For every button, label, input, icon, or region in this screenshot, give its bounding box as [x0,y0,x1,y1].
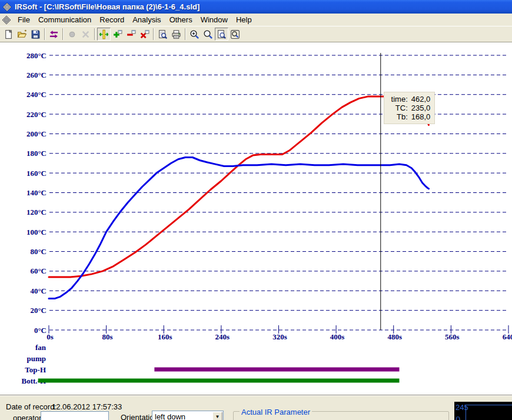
x-tick-label: 160s [158,332,172,341]
add-curve-button[interactable] [111,28,124,41]
record-dot-icon [67,29,77,39]
zoom-window-icon [230,29,240,39]
operator-label: operator [13,414,41,420]
tooltip-value: 168,0 [411,112,431,121]
save-icon [31,29,41,39]
fit-scale-button[interactable] [97,28,111,41]
y-tick-label: 120°C [26,208,46,216]
menu-item-communication[interactable]: Communication [34,14,95,25]
app-diamond-icon [2,2,12,12]
x-tick-label: 320s [272,332,287,341]
channel-bar-bott.-h [38,379,400,383]
zoom-icon [203,29,213,39]
transfer-button[interactable] [47,28,61,41]
cancel-x-icon [81,29,91,39]
delete-curve-button[interactable] [138,28,151,41]
curve-Tb [49,158,429,299]
tooltip-row: Tb:168,0 [388,112,431,121]
y-tick-label: 200°C [26,129,46,138]
y-tick-label: 140°C [26,188,46,197]
tooltip-value: 462,0 [411,95,431,104]
cancel-x-button [79,28,92,41]
menu-bar: FileCommunicationRecordAnalysisOthersWin… [0,14,512,26]
date-of-record-value: 12.06.2012 17:57:33 [52,402,122,411]
y-tick-label: 20°C [30,306,46,315]
x-tick-label: 240s [215,332,230,341]
tooltip-label: TC: [388,104,408,112]
y-tick-label: 40°C [30,286,46,295]
y-tick-label: 280°C [26,51,46,60]
print-icon [171,29,181,39]
tooltip-row: TC:235,0 [388,104,431,112]
y-tick-label: 180°C [26,149,46,158]
y-tick-label: 220°C [26,110,46,119]
x-tick-label: 400s [330,332,345,341]
channel-label-fan: fan [35,343,46,352]
tooltip-value: 235,0 [411,104,431,112]
toolbar [0,26,512,42]
fit-scale-icon [99,29,109,39]
y-tick-label: 80°C [30,247,46,256]
title-bar: IRSoft - [C:\IRSoft\File\Новая папка (2)… [0,0,512,14]
menu-item-help[interactable]: Help [232,14,256,25]
y-tick-label: 0°C [34,326,46,335]
y-tick-label: 260°C [26,71,46,79]
new-document-icon [4,29,14,39]
actual-ir-parameter-groupbox: Actual IR Parameter [233,411,449,420]
menu-item-window[interactable]: Window [197,14,232,25]
toolbar-separator [94,28,95,40]
x-tick-label: 560s [445,332,460,341]
channel-bar-top-h [154,368,399,372]
page-zoom-icon [217,29,227,39]
toolbar-separator [44,28,45,40]
print-preview-icon [158,29,168,39]
y-tick-label: 60°C [30,266,46,275]
chart-area[interactable]: 0°C20°C40°C60°C80°C100°C120°C140°C160°C1… [0,42,512,395]
temperature-chart[interactable]: 0°C20°C40°C60°C80°C100°C120°C140°C160°C1… [0,44,512,395]
date-of-record-label: Date of record: [6,402,56,411]
menu-item-record[interactable]: Record [95,14,128,25]
remove-curve-icon [126,29,136,39]
irsoft-window: { "window": { "title": "IRSoft - [C:\\IR… [0,0,512,420]
save-button[interactable] [29,28,42,41]
remove-curve-button[interactable] [124,28,138,41]
orientation-selected-value: left down [155,412,185,420]
tooltip-label: Tb: [388,112,408,121]
x-tick-label: 640s [503,332,512,341]
document-diamond-icon[interactable] [2,15,11,25]
transfer-icon [49,29,59,39]
toolbar-separator [153,28,154,40]
channel-label-pump: pump [26,354,46,363]
menu-item-analysis[interactable]: Analysis [128,14,165,25]
new-document-button[interactable] [2,28,15,41]
y-tick-label: 160°C [26,169,46,178]
y-tick-label: 100°C [26,228,46,236]
x-tick-label: 0s [46,332,54,341]
menu-item-file[interactable]: File [14,14,34,25]
record-dot-button [65,28,79,41]
window-title: IRSoft - [C:\IRSoft\File\Новая папка (2)… [15,2,200,11]
status-panel: Date of record: 12.06.2012 17:57:33 oper… [0,395,512,420]
cursor-tooltip: time:462,0TC:235,0Tb:168,0 [384,92,435,124]
open-file-button[interactable] [15,28,29,41]
menu-item-others[interactable]: Others [165,14,197,25]
open-file-icon [17,29,27,39]
ir-image-panel[interactable]: 245 () [454,402,512,420]
operator-input[interactable] [41,411,109,420]
ir-temperature-value-partial: () [456,415,461,420]
orientation-select[interactable]: left down ▼ [152,411,224,420]
print-button[interactable] [169,28,183,41]
chevron-down-icon: ▼ [215,414,220,419]
print-preview-button[interactable] [156,28,169,41]
toolbar-separator [62,28,64,40]
combo-dropdown-button[interactable]: ▼ [212,412,222,420]
tooltip-row: time:462,0 [388,95,431,104]
curve-TC [49,96,429,277]
zoom-window-button[interactable] [228,28,242,41]
delete-curve-icon [139,29,149,39]
page-zoom-button[interactable] [215,28,228,41]
add-curve-icon [112,29,122,39]
toolbar-separator [185,28,186,40]
zoom-in-button[interactable] [188,28,201,41]
zoom-button[interactable] [201,28,215,41]
